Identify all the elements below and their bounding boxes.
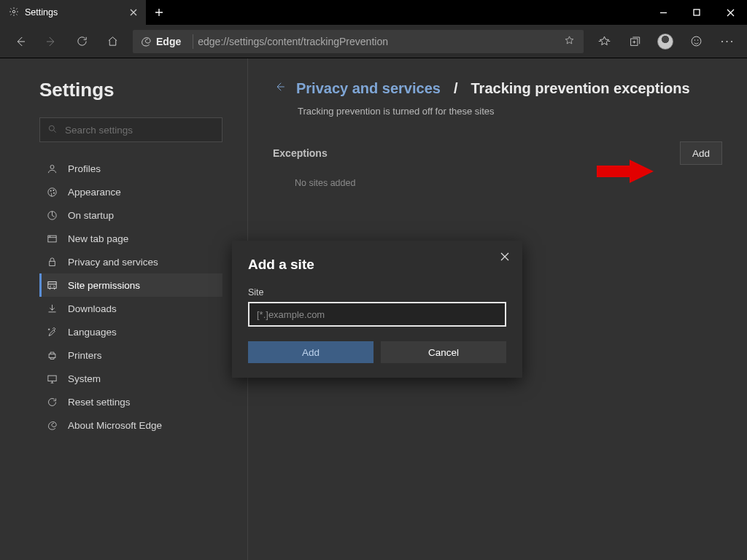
svg-point-7 (726, 41, 727, 42)
tab-title: Settings (25, 7, 58, 18)
svg-point-4 (694, 40, 695, 41)
sidebar-item-label: Appearance (68, 187, 121, 198)
svg-marker-21 (597, 160, 654, 183)
languages-icon (46, 326, 58, 338)
search-icon (47, 124, 58, 136)
breadcrumb-current: Tracking prevention exceptions (471, 80, 689, 97)
dialog-add-label: Add (302, 347, 320, 358)
page-description: Tracking prevention is turned off for th… (298, 106, 722, 117)
sidebar-item-system[interactable]: System (39, 367, 222, 390)
svg-point-3 (692, 36, 701, 46)
sidebar-item-reset-settings[interactable]: Reset settings (39, 390, 222, 413)
minimize-button[interactable] (646, 0, 680, 25)
toolbar: Edge edge://settings/content/trackingPre… (0, 25, 747, 58)
dialog-title: Add a site (248, 257, 506, 273)
sidebar-item-languages[interactable]: Languages (39, 320, 222, 343)
about-edge-icon (46, 419, 58, 431)
add-button-label: Add (692, 148, 710, 159)
site-field-label: Site (248, 287, 506, 298)
on-startup-icon (46, 209, 58, 221)
printers-icon (46, 349, 58, 361)
home-button[interactable] (98, 27, 127, 56)
sidebar-item-label: System (68, 373, 101, 384)
svg-point-14 (53, 192, 55, 193)
reset-settings-icon (46, 396, 58, 408)
gear-icon (9, 7, 19, 19)
menu-button[interactable] (712, 27, 741, 56)
dialog-add-button[interactable]: Add (248, 341, 374, 363)
sidebar-item-downloads[interactable]: Downloads (39, 297, 222, 320)
tab-strip: Settings (0, 0, 172, 25)
sidebar-item-label: New tab page (68, 233, 128, 244)
settings-nav: ProfilesAppearanceOn startupNew tab page… (39, 157, 222, 437)
profiles-icon (46, 163, 58, 174)
sidebar-item-new-tab-page[interactable]: New tab page (39, 227, 222, 250)
dialog-cancel-label: Cancel (428, 347, 459, 358)
favorite-star-icon[interactable] (560, 35, 579, 48)
svg-rect-20 (47, 376, 55, 381)
breadcrumb-separator: / (454, 80, 458, 97)
edge-badge-label: Edge (156, 36, 181, 47)
sidebar-item-appearance[interactable]: Appearance (39, 180, 222, 203)
site-input[interactable] (248, 302, 506, 327)
collections-button[interactable] (620, 27, 649, 56)
sidebar-item-on-startup[interactable]: On startup (39, 203, 222, 227)
sidebar-item-label: Site permissions (68, 280, 140, 291)
downloads-icon (46, 303, 58, 314)
new-tab-page-icon (46, 233, 58, 244)
sidebar-item-label: Printers (68, 350, 102, 361)
edge-logo-icon: Edge (137, 36, 188, 47)
search-input[interactable] (65, 125, 214, 136)
close-icon[interactable] (130, 7, 137, 18)
settings-sidebar: Settings ProfilesAppearanceOn startupNew… (0, 58, 248, 560)
add-exception-button[interactable]: Add (680, 141, 722, 165)
svg-point-12 (50, 190, 51, 191)
sidebar-item-about-edge[interactable]: About Microsoft Edge (39, 413, 222, 437)
forward-button[interactable] (36, 27, 66, 56)
sidebar-item-label: Privacy and services (68, 257, 158, 268)
sidebar-item-label: Downloads (68, 303, 117, 314)
svg-point-11 (47, 187, 55, 195)
add-site-dialog: Add a site Site Add Cancel (232, 241, 522, 378)
svg-point-0 (12, 10, 15, 13)
sidebar-item-profiles[interactable]: Profiles (39, 157, 222, 180)
feedback-button[interactable] (681, 27, 711, 56)
exceptions-label: Exceptions (273, 147, 328, 159)
window-controls (646, 0, 747, 25)
settings-heading: Settings (39, 79, 222, 101)
svg-rect-1 (694, 9, 700, 15)
sidebar-item-label: Languages (68, 327, 117, 338)
svg-rect-17 (49, 261, 55, 265)
dialog-close-button[interactable] (496, 248, 514, 265)
avatar-icon (657, 34, 673, 50)
breadcrumb: Privacy and services / Tracking preventi… (273, 80, 722, 97)
svg-point-5 (697, 40, 698, 41)
privacy-and-services-icon (46, 256, 58, 268)
empty-state: No sites added (295, 178, 722, 188)
svg-point-6 (721, 41, 723, 42)
sidebar-item-printers[interactable]: Printers (39, 343, 222, 367)
refresh-button[interactable] (67, 27, 96, 56)
sidebar-item-site-permissions[interactable]: Site permissions (39, 273, 222, 297)
search-settings[interactable] (39, 117, 222, 142)
svg-rect-19 (49, 354, 55, 357)
svg-rect-18 (47, 281, 55, 288)
sidebar-item-label: Reset settings (68, 397, 131, 408)
svg-point-8 (731, 41, 732, 42)
address-bar[interactable]: Edge edge://settings/content/trackingPre… (133, 30, 584, 53)
close-window-button[interactable] (713, 0, 747, 25)
red-callout-arrow-icon (597, 157, 655, 189)
browser-tab-settings[interactable]: Settings (0, 0, 146, 25)
sidebar-item-privacy-and-services[interactable]: Privacy and services (39, 250, 222, 273)
new-tab-button[interactable] (146, 0, 172, 25)
profile-button[interactable] (651, 27, 680, 56)
favorites-button[interactable] (589, 27, 619, 56)
appearance-icon (46, 186, 58, 198)
back-button[interactable] (6, 27, 35, 56)
breadcrumb-link[interactable]: Privacy and services (296, 80, 441, 97)
titlebar: Settings (0, 0, 747, 25)
maximize-button[interactable] (680, 0, 713, 25)
dialog-cancel-button[interactable]: Cancel (381, 341, 506, 363)
breadcrumb-back-icon[interactable] (273, 80, 286, 97)
svg-point-9 (49, 125, 54, 131)
